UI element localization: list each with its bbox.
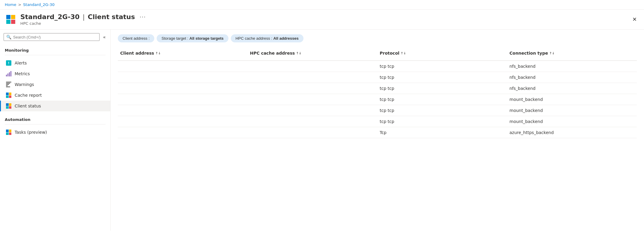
col-client-address-label: Client address: [120, 51, 154, 56]
cell-protocol-0: tcp tcp: [377, 61, 507, 72]
cell-connection-type-5: mount_backend: [507, 116, 637, 127]
cell-connection-type-6: azure_https_backend: [507, 127, 637, 138]
sidebar-item-alerts-label: Alerts: [15, 61, 27, 65]
breadcrumb-current[interactable]: Standard_2G-30: [23, 2, 54, 7]
col-protocol-label: Protocol: [380, 51, 399, 56]
cell-hpc-cache-2: [248, 83, 377, 94]
tasks-icon: [6, 129, 12, 135]
sidebar-item-cache-report[interactable]: Cache report: [0, 90, 110, 101]
col-header-hpc-cache-address[interactable]: HPC cache address ↑↓: [248, 48, 377, 58]
col-header-connection-type[interactable]: Connection type ↑↓: [507, 48, 637, 58]
breadcrumb: Home > Standard_2G-30: [5, 2, 55, 7]
collapse-sidebar-button[interactable]: «: [102, 33, 107, 41]
cell-client-address-4: [118, 105, 248, 116]
cell-hpc-cache-0: [248, 61, 377, 72]
table-row: tcp tcp mount_backend: [118, 105, 637, 116]
cell-protocol-4: tcp tcp: [377, 105, 507, 116]
cell-client-address-2: [118, 83, 248, 94]
sidebar-item-tasks[interactable]: Tasks (preview): [0, 127, 110, 138]
col-header-client-address[interactable]: Client address ↑↓: [118, 48, 248, 58]
sidebar-item-tasks-label: Tasks (preview): [15, 130, 47, 135]
cell-connection-type-3: mount_backend: [507, 94, 637, 105]
hpc-cache-filter-label: HPC cache address :: [236, 36, 272, 41]
col-connection-type-label: Connection type: [509, 51, 548, 56]
col-connection-type-sort: ↑↓: [549, 51, 555, 55]
sidebar: 🔍 « Monitoring ! Alerts M: [0, 30, 111, 231]
cell-client-address-5: [118, 116, 248, 127]
cell-client-address-6: [118, 127, 248, 138]
table-row: tcp tcp nfs_backend: [118, 61, 637, 72]
table-row: tcp tcp nfs_backend: [118, 72, 637, 83]
cell-connection-type-4: mount_backend: [507, 105, 637, 116]
cell-client-address-3: [118, 94, 248, 105]
col-protocol-sort: ↑↓: [401, 51, 406, 55]
sidebar-item-cache-report-label: Cache report: [15, 93, 42, 98]
breadcrumb-bar: Home > Standard_2G-30: [0, 0, 644, 10]
filters-row: Client address : Storage target : All st…: [118, 34, 637, 42]
col-hpc-cache-label: HPC cache address: [250, 51, 295, 56]
storage-target-filter[interactable]: Storage target : All storage targets: [157, 34, 228, 42]
sidebar-item-metrics[interactable]: Metrics: [0, 68, 110, 79]
sidebar-item-warnings[interactable]: Warnings: [0, 79, 110, 90]
cell-protocol-1: tcp tcp: [377, 72, 507, 83]
search-icon: 🔍: [6, 35, 11, 39]
header-text: Standard_2G-30 | Client status ··· HPC c…: [20, 13, 148, 26]
search-input[interactable]: [13, 35, 97, 39]
cell-protocol-3: tcp tcp: [377, 94, 507, 105]
table-row: tcp tcp nfs_backend: [118, 83, 637, 94]
storage-target-filter-value: All storage targets: [190, 36, 224, 41]
table-row: tcp tcp mount_backend: [118, 116, 637, 127]
warnings-icon: [6, 81, 12, 87]
page-title: Standard_2G-30 | Client status ···: [20, 13, 148, 21]
sidebar-item-metrics-label: Metrics: [15, 71, 30, 76]
cell-connection-type-1: nfs_backend: [507, 72, 637, 83]
main-layout: 🔍 « Monitoring ! Alerts M: [0, 30, 644, 231]
client-address-filter-label: Client address :: [123, 36, 149, 41]
client-status-table: Client address ↑↓ HPC cache address ↑↓ P…: [118, 48, 637, 138]
col-header-protocol[interactable]: Protocol ↑↓: [377, 48, 507, 58]
cell-protocol-5: tcp tcp: [377, 116, 507, 127]
monitoring-section-label: Monitoring: [0, 46, 110, 54]
cell-hpc-cache-3: [248, 94, 377, 105]
sidebar-item-client-status-label: Client status: [15, 104, 41, 108]
table-header: Client address ↑↓ HPC cache address ↑↓ P…: [118, 48, 637, 61]
cache-report-icon: [6, 92, 12, 98]
col-client-address-sort: ↑↓: [155, 51, 161, 55]
cell-connection-type-0: nfs_backend: [507, 61, 637, 72]
sidebar-item-alerts[interactable]: ! Alerts: [0, 58, 110, 68]
cell-protocol-2: tcp tcp: [377, 83, 507, 94]
search-box[interactable]: 🔍: [4, 33, 100, 41]
cell-client-address-0: [118, 61, 248, 72]
close-button[interactable]: ✕: [630, 15, 639, 24]
monitoring-divider: [5, 55, 106, 55]
table-row: tcp tcp mount_backend: [118, 94, 637, 105]
cell-protocol-6: Tcp: [377, 127, 507, 138]
client-address-filter[interactable]: Client address :: [118, 34, 154, 42]
hpc-cache-filter-value: All addresses: [273, 36, 299, 41]
resource-icon: [5, 13, 17, 25]
client-status-icon: [6, 103, 12, 109]
col-hpc-cache-sort: ↑↓: [296, 51, 301, 55]
cell-client-address-1: [118, 72, 248, 83]
breadcrumb-home[interactable]: Home: [5, 2, 16, 7]
cell-hpc-cache-6: [248, 127, 377, 138]
more-options-button[interactable]: ···: [138, 13, 148, 21]
hpc-cache-address-filter[interactable]: HPC cache address : All addresses: [231, 34, 303, 42]
metrics-icon: [6, 71, 12, 77]
cell-hpc-cache-1: [248, 72, 377, 83]
automation-section-label: Automation: [0, 115, 110, 123]
breadcrumb-separator: >: [18, 2, 21, 7]
sidebar-item-warnings-label: Warnings: [15, 82, 34, 87]
automation-divider: [5, 124, 106, 124]
main-content: Client address : Storage target : All st…: [111, 30, 644, 231]
cell-hpc-cache-5: [248, 116, 377, 127]
alerts-icon: !: [6, 60, 12, 66]
storage-target-filter-label: Storage target :: [161, 36, 188, 41]
table-row: Tcp azure_https_backend: [118, 127, 637, 138]
cell-hpc-cache-4: [248, 105, 377, 116]
page-header: Standard_2G-30 | Client status ··· HPC c…: [0, 10, 644, 30]
search-row: 🔍 «: [4, 33, 107, 41]
sidebar-item-client-status[interactable]: Client status: [0, 101, 110, 111]
cell-connection-type-2: nfs_backend: [507, 83, 637, 94]
resource-subtitle: HPC cache: [20, 21, 148, 26]
